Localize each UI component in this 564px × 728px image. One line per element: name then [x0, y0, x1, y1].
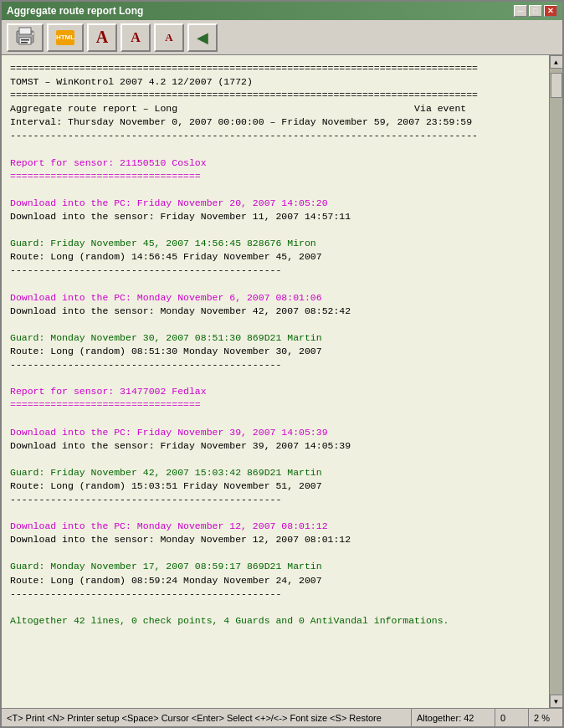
sensor2-header-line: ================================= — [10, 398, 541, 412]
spacer6 — [10, 372, 541, 385]
sensor2-sep2: ----------------------------------------… — [10, 587, 541, 601]
scroll-down-button[interactable]: ▼ — [550, 695, 563, 708]
maximize-button[interactable]: □ — [529, 5, 542, 17]
back-button[interactable]: ◀ — [187, 23, 218, 52]
content-area: ========================================… — [2, 55, 562, 708]
sensor1-route1: Route: Long (random) 14:56:45 Friday Nov… — [10, 250, 541, 264]
sensor2-route1: Route: Long (random) 15:03:51 Friday Nov… — [10, 479, 541, 493]
spacer10 — [10, 546, 541, 560]
sensor1-route2: Route: Long (random) 08:51:30 Monday Nov… — [10, 345, 541, 358]
header-separator-2: ========================================… — [10, 89, 541, 102]
sensor2-sep1: ----------------------------------------… — [10, 493, 541, 506]
scroll-thumb[interactable] — [551, 73, 562, 98]
back-icon: ◀ — [197, 28, 208, 47]
window-title: Aggregate route report Long — [7, 5, 143, 17]
title-bar: Aggregate route report Long ─ □ ✕ — [2, 2, 562, 20]
spacer8 — [10, 453, 541, 466]
main-window: Aggregate route report Long ─ □ ✕ — [0, 0, 564, 728]
spacer5 — [10, 318, 541, 331]
spacer3 — [10, 223, 541, 237]
html-button[interactable]: HTML — [47, 23, 84, 52]
status-bar: <T> Print <N> Printer setup <Space> Curs… — [2, 708, 562, 726]
sensor1-guard2: Guard: Monday November 30, 2007 08:51:30… — [10, 331, 541, 345]
sensor1-sep2: ----------------------------------------… — [10, 358, 541, 372]
spacer11 — [10, 601, 541, 614]
main-divider: ----------------------------------------… — [10, 129, 541, 142]
font-large-button[interactable]: A — [87, 23, 117, 52]
html-icon: HTML — [56, 30, 74, 45]
sensor2-download2-sensor: Download into the sensor: Monday Novembe… — [10, 533, 541, 546]
header-separator-1: ========================================… — [10, 62, 541, 75]
sensor2-route2: Route: Long (random) 08:59:24 Monday Nov… — [10, 574, 541, 587]
sensor1-download1-pc: Download into the PC: Friday November 20… — [10, 197, 541, 210]
svg-rect-3 — [21, 39, 29, 41]
summary-line: Altogether 42 lines, 0 check points, 4 G… — [10, 614, 541, 628]
sensor1-download2-sensor: Download into the sensor: Monday Novembe… — [10, 305, 541, 318]
spacer9 — [10, 506, 541, 520]
report-title: Aggregate route report – Long Via event — [10, 102, 541, 115]
svg-rect-1 — [19, 28, 31, 34]
font-large-icon: A — [96, 28, 108, 47]
spacer1 — [10, 143, 541, 156]
font-small-button[interactable]: A — [154, 23, 184, 52]
svg-rect-2 — [19, 38, 31, 44]
sensor2-download1-pc: Download into the PC: Friday November 39… — [10, 426, 541, 439]
toolbar: HTML A A A ◀ — [2, 20, 562, 55]
print-icon — [13, 24, 37, 50]
header-text: TOMST – WinKontrol 2007 4.2 12/2007 (177… — [10, 75, 541, 89]
status-count: 0 — [495, 709, 529, 726]
spacer4 — [10, 278, 541, 291]
sensor1-header: Report for sensor: 21150510 Coslox — [10, 156, 541, 170]
sensor1-header-line: ================================= — [10, 170, 541, 183]
minimize-button[interactable]: ─ — [514, 5, 527, 17]
status-zoom: 2 % — [529, 709, 562, 726]
interval-line: Interval: Thursday November 0, 2007 00:0… — [10, 115, 541, 129]
scrollbar[interactable]: ▲ ▼ — [549, 55, 562, 708]
status-altogether: Altogether: 42 — [412, 709, 495, 726]
scroll-up-button[interactable]: ▲ — [550, 55, 563, 69]
title-bar-buttons: ─ □ ✕ — [514, 5, 557, 17]
sensor1-guard1: Guard: Friday November 45, 2007 14:56:45… — [10, 237, 541, 250]
sensor2-download2-pc: Download into the PC: Monday November 12… — [10, 520, 541, 533]
font-small-icon: A — [165, 31, 172, 44]
font-med-button[interactable]: A — [120, 23, 151, 52]
spacer7 — [10, 412, 541, 425]
sensor2-header: Report for sensor: 31477002 Fedlax — [10, 385, 541, 398]
sensor1-download2-pc: Download into the PC: Monday November 6,… — [10, 291, 541, 305]
font-med-icon: A — [131, 30, 141, 45]
scroll-track[interactable] — [550, 69, 562, 695]
spacer2 — [10, 183, 541, 197]
sensor1-download1-sensor: Download into the sensor: Friday Novembe… — [10, 210, 541, 223]
status-help-text: <T> Print <N> Printer setup <Space> Curs… — [2, 709, 412, 726]
print-button[interactable] — [7, 23, 44, 52]
sensor2-guard1: Guard: Friday November 42, 2007 15:03:42… — [10, 466, 541, 479]
close-button[interactable]: ✕ — [544, 5, 557, 17]
sensor1-sep1: ----------------------------------------… — [10, 264, 541, 277]
sensor2-guard2: Guard: Monday November 17, 2007 08:59:17… — [10, 560, 541, 573]
svg-rect-5 — [32, 33, 34, 35]
sensor2-download1-sensor: Download into the sensor: Friday Novembe… — [10, 439, 541, 453]
svg-rect-4 — [21, 42, 28, 44]
report-content[interactable]: ========================================… — [2, 55, 549, 708]
